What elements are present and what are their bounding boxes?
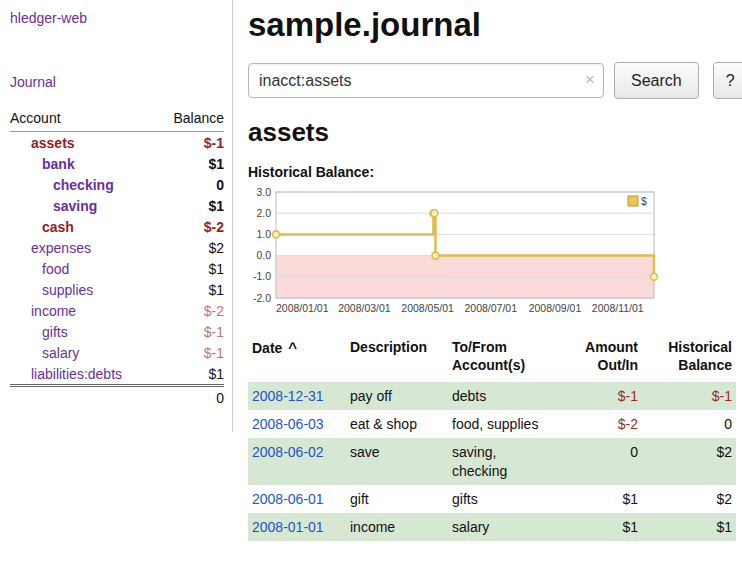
register-header-row: Date^ Description To/From Account(s) Amo… (248, 337, 736, 382)
svg-text:-1.0: -1.0 (253, 270, 271, 282)
register-date-link[interactable]: 2008-06-02 (252, 444, 324, 460)
register-description: income (346, 513, 448, 541)
sidebar-account-link[interactable]: liabilities:debts (31, 366, 122, 382)
search-row: × Search ? (248, 62, 742, 99)
register-balance: $-1 (642, 382, 736, 410)
account-row: assets$-1 (10, 132, 224, 154)
svg-text:1.0: 1.0 (256, 228, 271, 240)
clear-search-icon[interactable]: × (585, 70, 595, 90)
page-title: sample.journal (248, 6, 742, 44)
svg-text:$: $ (641, 195, 647, 207)
svg-text:2008/05/01: 2008/05/01 (401, 302, 454, 314)
account-name-cell: bank (10, 153, 157, 174)
register-date-cell: 2008-06-03 (248, 410, 346, 438)
sidebar-account-link[interactable]: saving (53, 198, 97, 214)
sidebar-account-link[interactable]: assets (31, 135, 75, 151)
register-date-link[interactable]: 2008-01-01 (252, 519, 324, 535)
search-button[interactable]: Search (614, 62, 699, 99)
legend-swatch (628, 196, 638, 206)
search-box: × (248, 63, 604, 98)
sidebar-account-balance: $-1 (157, 321, 224, 342)
register-accounts: food, supplies (448, 410, 552, 438)
svg-text:3.0: 3.0 (256, 186, 271, 198)
accounts-total-row: 0 (10, 386, 224, 409)
account-row: gifts$-1 (10, 321, 224, 342)
register-accounts: gifts (448, 485, 552, 513)
sidebar-account-link[interactable]: expenses (31, 240, 91, 256)
register-row: 2008-06-03eat & shopfood, supplies$-20 (248, 410, 736, 438)
register-amount: $1 (552, 513, 642, 541)
accounts-header-row: Account Balance (10, 110, 224, 132)
register-header-date[interactable]: Date^ (248, 337, 346, 382)
historical-balance-chart: 3.02.01.00.0-1.0-2.02008/01/012008/03/01… (248, 186, 688, 322)
register-date-link[interactable]: 2008-06-01 (252, 491, 324, 507)
sidebar-account-link[interactable]: bank (42, 156, 75, 172)
app-title-link[interactable]: hledger-web (10, 10, 224, 26)
register-amount: $1 (552, 485, 642, 513)
sidebar-account-link[interactable]: food (42, 261, 69, 277)
register-header-amount: Amount Out/In (552, 337, 642, 382)
account-name-cell: checking (10, 174, 157, 195)
sidebar-account-balance: $-2 (157, 300, 224, 321)
account-title: assets (248, 117, 742, 148)
account-name-cell: supplies (10, 279, 157, 300)
register-amount: $-2 (552, 410, 642, 438)
register-table: Date^ Description To/From Account(s) Amo… (248, 337, 736, 541)
account-row: bank$1 (10, 153, 224, 174)
register-date-link[interactable]: 2008-12-31 (252, 388, 324, 404)
register-balance: $2 (642, 438, 736, 484)
svg-text:2008/11/01: 2008/11/01 (592, 302, 644, 314)
sidebar-account-link[interactable]: income (31, 303, 76, 319)
account-row: salary$-1 (10, 342, 224, 363)
register-accounts: saving, checking (448, 438, 552, 484)
register-accounts: debts (448, 382, 552, 410)
account-name-cell: assets (10, 132, 157, 154)
sidebar-account-link[interactable]: checking (53, 177, 114, 193)
register-date-cell: 2008-06-01 (248, 485, 346, 513)
account-name-cell: liabilities:debts (10, 363, 157, 386)
register-amount: 0 (552, 438, 642, 484)
register-balance: $2 (642, 485, 736, 513)
register-date-link[interactable]: 2008-06-03 (252, 416, 324, 432)
register-accounts: salary (448, 513, 552, 541)
sidebar-account-balance: $1 (157, 258, 224, 279)
account-row: income$-2 (10, 300, 224, 321)
account-row: supplies$1 (10, 279, 224, 300)
register-row: 2008-01-01incomesalary$1$1 (248, 513, 736, 541)
sidebar-account-link[interactable]: salary (42, 345, 79, 361)
help-button[interactable]: ? (713, 62, 742, 99)
svg-text:2008/01/01: 2008/01/01 (276, 302, 329, 314)
sidebar-account-link[interactable]: cash (42, 219, 74, 235)
nav-journal-link[interactable]: Journal (10, 74, 224, 90)
search-input[interactable] (248, 63, 604, 98)
account-name-cell: saving (10, 195, 157, 216)
account-name-cell: cash (10, 216, 157, 237)
sort-ascending-icon[interactable]: ^ (288, 339, 297, 356)
accounts-total-value: 0 (157, 386, 224, 409)
sidebar-account-balance: $2 (157, 237, 224, 258)
account-row: food$1 (10, 258, 224, 279)
register-balance: 0 (642, 410, 736, 438)
svg-text:2008/09/01: 2008/09/01 (529, 302, 582, 314)
sidebar-account-link[interactable]: supplies (42, 282, 93, 298)
sidebar-account-balance: $1 (157, 279, 224, 300)
sidebar-account-balance: 0 (157, 174, 224, 195)
account-name-cell: salary (10, 342, 157, 363)
register-description: gift (346, 485, 448, 513)
accounts-header-account: Account (10, 110, 157, 132)
main-content: sample.journal × Search ? assets Histori… (233, 0, 742, 582)
svg-text:0.0: 0.0 (256, 249, 271, 261)
account-row: liabilities:debts$1 (10, 363, 224, 386)
svg-text:-2.0: -2.0 (253, 292, 271, 304)
register-header-balance: Historical Balance (642, 337, 736, 382)
sidebar: hledger-web Journal Account Balance asse… (0, 0, 233, 432)
account-row: expenses$2 (10, 237, 224, 258)
account-name-cell: gifts (10, 321, 157, 342)
sidebar-account-balance: $1 (157, 363, 224, 386)
sidebar-account-link[interactable]: gifts (42, 324, 68, 340)
svg-text:2008/03/01: 2008/03/01 (338, 302, 391, 314)
sidebar-account-balance: $-1 (157, 342, 224, 363)
register-header-date-label: Date (252, 340, 282, 356)
register-amount: $-1 (552, 382, 642, 410)
account-row: saving$1 (10, 195, 224, 216)
